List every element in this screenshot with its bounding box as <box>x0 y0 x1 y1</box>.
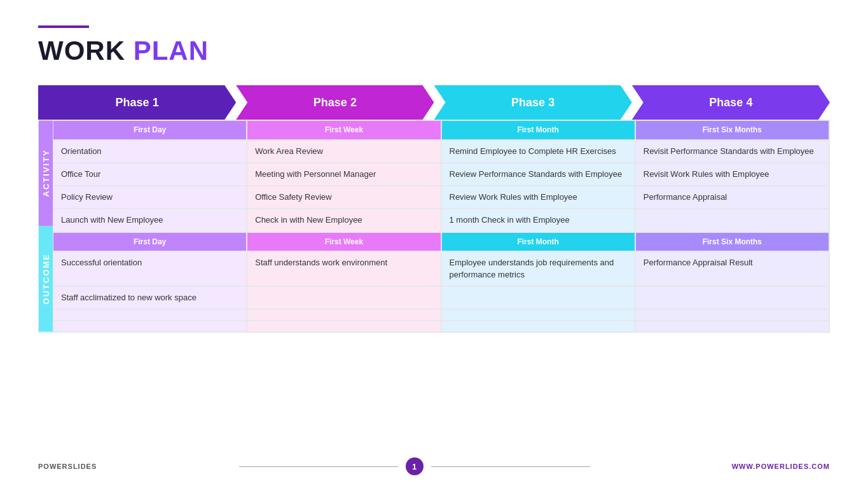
footer-brand-right: WWW.POWERLIDES.COM <box>732 463 830 470</box>
footer-center: 1 <box>239 457 590 475</box>
phase-4-label: Phase 4 <box>709 96 752 109</box>
activity-r0-c3: Revisit Performance Standards with Emplo… <box>635 140 829 163</box>
activity-row-3: Launch with New Employee Check in with N… <box>53 209 829 232</box>
outcome-row-2 <box>53 309 829 321</box>
activity-r2-c3: Performance Appraisal <box>635 186 829 209</box>
activity-header-col2: First Week <box>247 120 441 140</box>
row-labels: Activity Outcome <box>39 120 53 332</box>
outcome-r1-c3 <box>635 286 829 309</box>
outcome-r2-c3 <box>635 309 829 321</box>
activity-r0-c2: Remind Employee to Complete HR Exercises <box>441 140 635 163</box>
outcome-section: First Day First Week First Month First S… <box>53 232 829 332</box>
phase-2-label: Phase 2 <box>313 96 357 109</box>
activity-r1-c0: Office Tour <box>53 163 247 186</box>
outcome-r3-c0 <box>53 321 247 332</box>
activity-r1-c2: Review Performance Standards with Employ… <box>441 163 635 186</box>
outcome-header-col4: First Six Months <box>635 232 829 252</box>
footer-line-right <box>431 466 590 467</box>
outcome-header-row: First Day First Week First Month First S… <box>53 232 829 252</box>
phase-2-arrow: Phase 2 <box>236 85 434 120</box>
activity-header-col4: First Six Months <box>635 120 829 140</box>
outcome-r2-c1 <box>247 309 441 321</box>
outcome-r3-c3 <box>635 321 829 332</box>
activity-header-col3: First Month <box>441 120 635 140</box>
outcome-r1-c2 <box>441 286 635 309</box>
outcome-r2-c0 <box>53 309 247 321</box>
main-table: Activity Outcome First Day First Week Fi… <box>38 120 830 333</box>
activity-r3-c3 <box>635 209 829 232</box>
outcome-row-0: Successful orientation Staff understands… <box>53 251 829 286</box>
outcome-r0-c0: Successful orientation <box>53 251 247 286</box>
activity-r1-c1: Meeting with Personnel Manager <box>247 163 441 186</box>
phase-4-arrow: Phase 4 <box>632 85 830 120</box>
title-work: WORK <box>38 36 134 66</box>
outcome-r0-c2: Employee understands job requirements an… <box>441 251 635 286</box>
outcome-r1-c1 <box>247 286 441 309</box>
outcome-header-col2: First Week <box>247 232 441 252</box>
outcome-header-col3: First Month <box>441 232 635 252</box>
activity-row-2: Policy Review Office Safety Review Revie… <box>53 186 829 209</box>
footer: POWERSLIDES 1 WWW.POWERLIDES.COM <box>38 457 830 475</box>
phase-3-label: Phase 3 <box>511 96 555 109</box>
activity-section: First Day First Week First Month First S… <box>53 120 829 232</box>
phase-1-arrow: Phase 1 <box>38 85 236 120</box>
activity-r3-c0: Launch with New Employee <box>53 209 247 232</box>
page: WORK PLAN Phase 1 Phase 2 Phase 3 Phase … <box>0 0 868 488</box>
outcome-r3-c2 <box>441 321 635 332</box>
outcome-row-1: Staff acclimatized to new work space <box>53 286 829 309</box>
footer-page-number: 1 <box>406 457 424 475</box>
outcome-row-3 <box>53 321 829 332</box>
phases-container: Phase 1 Phase 2 Phase 3 Phase 4 <box>38 85 830 120</box>
activity-r3-c2: 1 month Check in with Employee <box>441 209 635 232</box>
outcome-r2-c2 <box>441 309 635 321</box>
phase-1-label: Phase 1 <box>116 96 159 109</box>
outcome-label: Outcome <box>39 226 53 331</box>
activity-r2-c1: Office Safety Review <box>247 186 441 209</box>
outcome-r0-c1: Staff understands work environment <box>247 251 441 286</box>
activity-r2-c0: Policy Review <box>53 186 247 209</box>
footer-brand-left: POWERSLIDES <box>38 463 97 470</box>
activity-r3-c1: Check in with New Employee <box>247 209 441 232</box>
activity-row-1: Office Tour Meeting with Personnel Manag… <box>53 163 829 186</box>
outcome-r0-c3: Performance Appraisal Result <box>635 251 829 286</box>
outcome-header-col1: First Day <box>53 232 247 252</box>
phase-3-arrow: Phase 3 <box>434 85 632 120</box>
footer-line-left <box>239 466 398 467</box>
outcome-r3-c1 <box>247 321 441 332</box>
title-plan: PLAN <box>134 36 209 66</box>
activity-header-col1: First Day <box>53 120 247 140</box>
activity-r1-c3: Revisit Work Rules with Employee <box>635 163 829 186</box>
activity-r0-c1: Work Area Review <box>247 140 441 163</box>
outcome-r1-c0: Staff acclimatized to new work space <box>53 286 247 309</box>
activity-header-row: First Day First Week First Month First S… <box>53 120 829 140</box>
page-title: WORK PLAN <box>38 36 830 66</box>
header-accent-line <box>38 25 89 28</box>
grid-area: First Day First Week First Month First S… <box>53 120 829 332</box>
activity-r0-c0: Orientation <box>53 140 247 163</box>
activity-row-0: Orientation Work Area Review Remind Empl… <box>53 140 829 163</box>
activity-label: Activity <box>39 120 53 226</box>
activity-r2-c2: Review Work Rules with Employee <box>441 186 635 209</box>
